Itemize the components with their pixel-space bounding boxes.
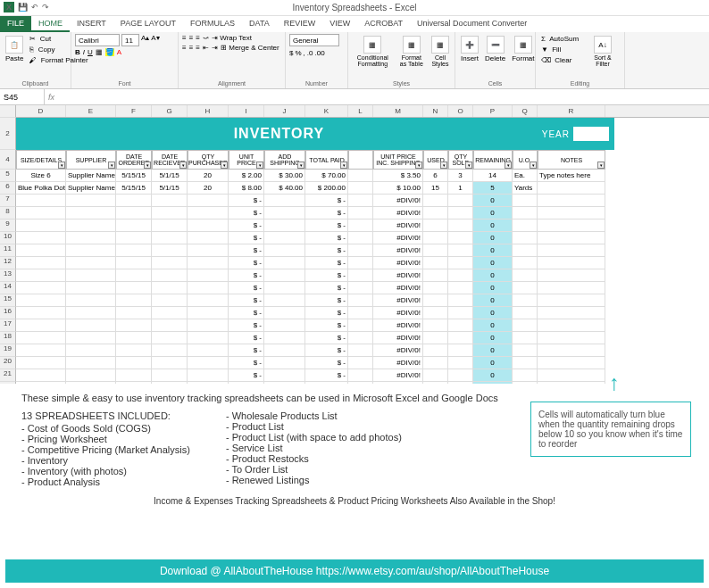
row-header[interactable]: 15: [0, 294, 16, 307]
cell[interactable]: Blue Polka Dot: [16, 182, 66, 195]
row-header[interactable]: 5: [0, 170, 16, 182]
row-header[interactable]: 12: [0, 257, 16, 269]
cell[interactable]: [152, 219, 188, 232]
tab-page-layout[interactable]: PAGE LAYOUT: [113, 16, 183, 32]
cell[interactable]: [448, 219, 473, 232]
cell[interactable]: [423, 244, 448, 257]
cell[interactable]: Supplier Name: [66, 170, 116, 182]
cell[interactable]: 0: [473, 307, 513, 319]
cell[interactable]: [188, 332, 229, 344]
cell[interactable]: [423, 319, 448, 332]
tab-view[interactable]: VIEW: [322, 16, 357, 32]
cell[interactable]: [423, 357, 448, 369]
font-color-button[interactable]: A: [117, 48, 121, 56]
cell[interactable]: $ 40.00: [264, 182, 305, 195]
cell[interactable]: [188, 319, 229, 332]
col-header-F[interactable]: F: [116, 105, 152, 117]
tab-insert[interactable]: INSERT: [70, 16, 113, 32]
cell[interactable]: [66, 244, 116, 257]
cell[interactable]: $ -: [229, 195, 264, 207]
cell[interactable]: [152, 357, 188, 369]
cell[interactable]: [264, 282, 305, 294]
cell[interactable]: 0: [473, 344, 513, 357]
cell[interactable]: [264, 332, 305, 344]
cell[interactable]: 0: [473, 244, 513, 257]
cell[interactable]: [348, 257, 373, 269]
tab-home[interactable]: HOME: [31, 16, 70, 32]
cell[interactable]: [348, 319, 373, 332]
cell[interactable]: [423, 344, 448, 357]
cell[interactable]: [448, 257, 473, 269]
cell[interactable]: [16, 344, 66, 357]
cell[interactable]: [66, 294, 116, 307]
cell[interactable]: [513, 269, 538, 282]
cell[interactable]: [16, 294, 66, 307]
cell[interactable]: $ -: [305, 332, 348, 344]
cell[interactable]: $ -: [305, 357, 348, 369]
cell[interactable]: [423, 269, 448, 282]
cell[interactable]: [66, 307, 116, 319]
cell[interactable]: [538, 369, 605, 382]
tab-review[interactable]: REVIEW: [277, 16, 323, 32]
cell[interactable]: [188, 232, 229, 244]
cell[interactable]: $ 8.00: [229, 182, 264, 195]
cell[interactable]: [264, 257, 305, 269]
col-header-E[interactable]: E: [66, 105, 116, 117]
row-header[interactable]: 4: [0, 150, 16, 170]
table-header[interactable]: SUPPLIER▾: [66, 150, 116, 170]
cell[interactable]: $ -: [229, 344, 264, 357]
table-header[interactable]: DATE ORDERED▾: [116, 150, 152, 170]
row-header[interactable]: 13: [0, 269, 16, 282]
cell[interactable]: [16, 219, 66, 232]
cell[interactable]: [538, 319, 605, 332]
cell[interactable]: [188, 244, 229, 257]
cell[interactable]: [16, 319, 66, 332]
cell[interactable]: [116, 269, 152, 282]
row-header[interactable]: 20: [0, 357, 16, 369]
filter-dropdown-icon[interactable]: ▾: [108, 161, 115, 169]
cell[interactable]: [152, 294, 188, 307]
cell[interactable]: [152, 282, 188, 294]
cell[interactable]: [152, 195, 188, 207]
col-header-M[interactable]: M: [373, 105, 423, 117]
cell[interactable]: $ -: [229, 332, 264, 344]
cell[interactable]: $ 3.50: [373, 170, 423, 182]
cell[interactable]: [448, 244, 473, 257]
cell[interactable]: 0: [473, 369, 513, 382]
cell[interactable]: #DIV/0!: [373, 269, 423, 282]
cell[interactable]: $ 70.00: [305, 170, 348, 182]
cell[interactable]: 0: [473, 357, 513, 369]
cell[interactable]: [116, 195, 152, 207]
cell[interactable]: [264, 269, 305, 282]
cell[interactable]: [152, 332, 188, 344]
cell[interactable]: $ 10.00: [373, 182, 423, 195]
cell[interactable]: [513, 294, 538, 307]
row-header[interactable]: 2: [0, 118, 16, 150]
cell[interactable]: [116, 294, 152, 307]
cell[interactable]: [264, 219, 305, 232]
cell[interactable]: [423, 282, 448, 294]
cell[interactable]: [513, 344, 538, 357]
cell[interactable]: [16, 307, 66, 319]
cell[interactable]: [152, 207, 188, 219]
cell[interactable]: 3: [448, 170, 473, 182]
underline-button[interactable]: U: [88, 48, 93, 56]
col-header-H[interactable]: H: [188, 105, 229, 117]
cell[interactable]: [423, 219, 448, 232]
cell[interactable]: [513, 257, 538, 269]
row-header[interactable]: 9: [0, 219, 16, 232]
cell[interactable]: [448, 332, 473, 344]
cell[interactable]: [538, 257, 605, 269]
table-header[interactable]: TOTAL PAID▾: [305, 150, 348, 170]
cell[interactable]: $ -: [305, 294, 348, 307]
cell[interactable]: [152, 257, 188, 269]
cell[interactable]: [152, 369, 188, 382]
row-header[interactable]: 19: [0, 344, 16, 357]
cell[interactable]: 0: [473, 232, 513, 244]
cell[interactable]: #DIV/0!: [373, 244, 423, 257]
bold-button[interactable]: B: [75, 48, 80, 56]
cell[interactable]: 1: [448, 182, 473, 195]
table-header[interactable]: UNIT PRICE INC. SHIPPING▾: [373, 150, 423, 170]
cell[interactable]: $ -: [305, 319, 348, 332]
undo-icon[interactable]: ↶: [31, 3, 38, 12]
